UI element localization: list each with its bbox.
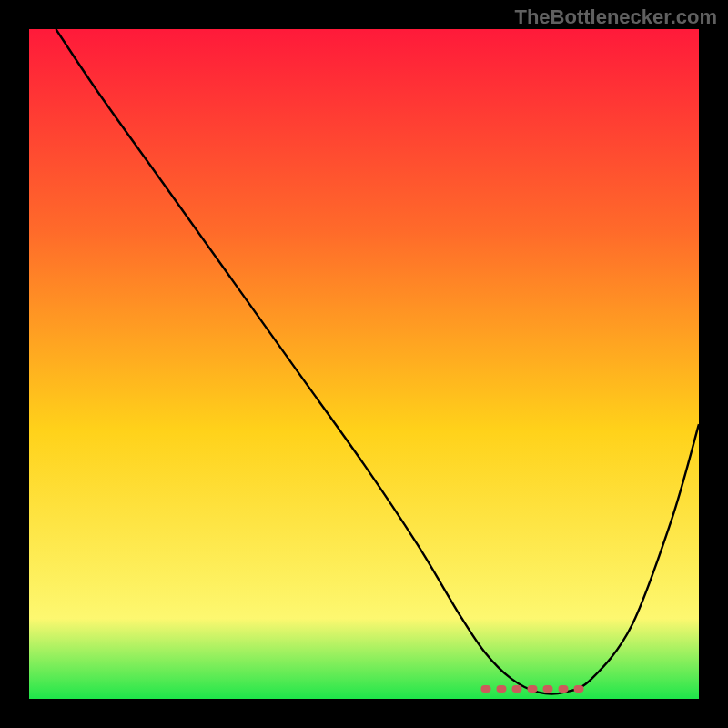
gradient-background <box>29 29 699 699</box>
plot-area <box>29 29 699 699</box>
attribution-label: TheBottlenecker.com <box>514 5 717 29</box>
bottleneck-chart <box>29 29 699 699</box>
chart-frame: TheBottlenecker.com <box>0 0 728 728</box>
